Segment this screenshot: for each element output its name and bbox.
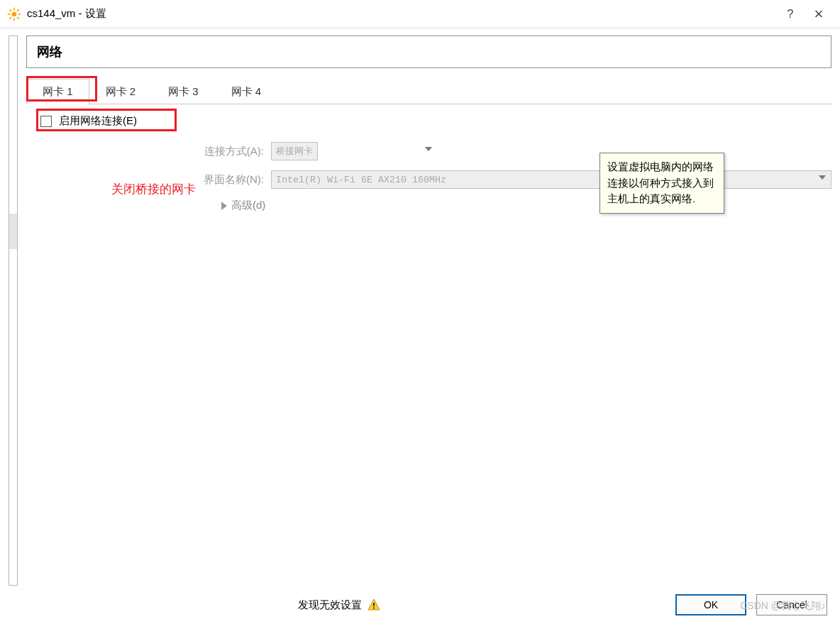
status-area: 发现无效设置: [13, 598, 665, 612]
sidebar-item-network[interactable]: 网络: [9, 214, 18, 249]
attached-tooltip: 设置虚拟电脑内的网络连接以何种方式接入到主机上的真实网络.: [599, 153, 724, 214]
svg-line-7: [9, 17, 11, 18]
tab-adapter-2[interactable]: 网卡 2: [89, 79, 153, 104]
titlebar: cs144_vm - 设置 ? ×: [0, 0, 840, 28]
content-area: 常规 系统 显示 存储 声音: [0, 28, 840, 586]
triangle-right-icon: [221, 202, 227, 210]
advanced-label: 高级(d): [231, 199, 265, 211]
chevron-down-icon: [425, 147, 432, 151]
sidebar-item-storage[interactable]: 存储: [9, 143, 18, 178]
sidebar-item-general[interactable]: 常规: [9, 36, 18, 72]
network-tabs: 网卡 1 网卡 2 网卡 3 网卡 4: [26, 78, 831, 104]
sidebar-item-ui[interactable]: 用户界面: [9, 356, 18, 391]
enable-network-row: 启用网络连接(E): [26, 114, 831, 128]
status-text: 发现无效设置: [298, 598, 362, 612]
cancel-button[interactable]: Cancel: [756, 594, 827, 615]
form-area: 启用网络连接(E) 连接方式(A): 桥接网卡 界面名称(N): Intel(R…: [26, 104, 831, 586]
app-icon: [7, 7, 21, 21]
enable-network-label: 启用网络连接(E): [59, 114, 137, 128]
help-button[interactable]: ?: [776, 8, 805, 21]
attached-label: 连接方式(A):: [26, 145, 271, 158]
sidebar-item-display[interactable]: 显示: [9, 107, 18, 143]
svg-line-8: [17, 9, 18, 11]
panel-title: 网络: [26, 35, 831, 68]
sidebar-item-serial[interactable]: 串口: [9, 249, 18, 285]
close-button[interactable]: ×: [805, 5, 833, 23]
svg-line-6: [17, 17, 18, 18]
svg-rect-37: [373, 608, 375, 609]
main-panel: 网络 网卡 1 网卡 2 网卡 3 网卡 4 启用网络连接(E) 连接方式(A)…: [26, 35, 831, 586]
warning-icon: [368, 598, 380, 611]
tab-adapter-3[interactable]: 网卡 3: [152, 79, 215, 104]
tooltip-text: 设置虚拟电脑内的网络连接以何种方式接入到主机上的真实网络.: [607, 160, 714, 204]
window-title: cs144_vm - 设置: [27, 7, 776, 21]
iface-select[interactable]: Intel(R) Wi-Fi 6E AX210 160MHz: [271, 170, 831, 189]
svg-point-0: [12, 11, 17, 16]
settings-sidebar: 常规 系统 显示 存储 声音: [9, 35, 18, 586]
tab-adapter-4[interactable]: 网卡 4: [215, 79, 278, 104]
svg-line-5: [9, 9, 11, 11]
iface-label: 界面名称(N):: [26, 173, 271, 187]
ok-button[interactable]: OK: [675, 594, 746, 615]
tab-adapter-1[interactable]: 网卡 1: [26, 79, 89, 104]
sidebar-item-shared[interactable]: 共享文件夹: [9, 320, 18, 356]
enable-network-checkbox[interactable]: [40, 116, 52, 127]
sidebar-item-system[interactable]: 系统: [9, 72, 18, 107]
sidebar-item-usb[interactable]: USB设备: [9, 285, 18, 320]
sidebar-item-audio[interactable]: 声音: [9, 178, 18, 214]
footer: 发现无效设置 OK Cancel: [0, 586, 840, 624]
attached-select[interactable]: 桥接网卡: [271, 142, 318, 160]
svg-rect-36: [373, 603, 375, 606]
